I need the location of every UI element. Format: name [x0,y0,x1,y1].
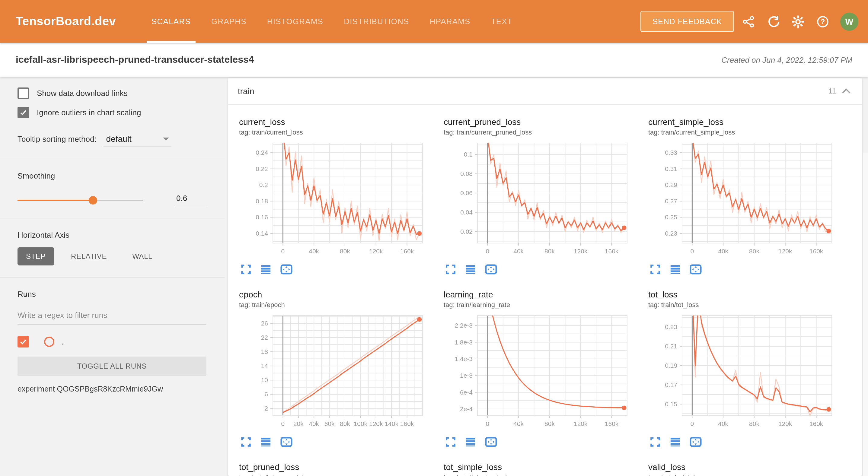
svg-text:0.2: 0.2 [259,181,268,188]
vertical-scrollbar[interactable] [863,153,868,476]
smoothing-slider[interactable] [18,196,143,204]
run-data-icon[interactable] [260,436,272,448]
fit-domain-icon[interactable] [485,264,497,275]
chart-card-epoch: epochtag: train/epoch020k40k60k80k100k12… [232,284,436,456]
svg-text:40k: 40k [718,420,728,427]
svg-text:160k: 160k [400,248,414,255]
fit-domain-icon[interactable] [280,436,293,448]
chart-plot-tot_loss[interactable]: 040k80k120k160k0.230.210.190.170.15 [648,313,837,431]
toggle-all-runs-button[interactable]: TOGGLE ALL RUNS [18,356,207,376]
axis-mode-step[interactable]: STEP [18,247,54,265]
chart-plot-current_loss[interactable]: 040k80k120k160k0.240.220.20.180.160.14 [239,140,427,259]
fit-domain-icon[interactable] [280,264,293,275]
svg-text:1.4e-3: 1.4e-3 [455,355,473,362]
help-icon[interactable]: ? [812,11,833,32]
fit-domain-icon[interactable] [485,436,497,448]
expand-chart-icon[interactable] [650,264,661,275]
chart-plot-current_pruned_loss[interactable]: 040k80k120k160k0.10.080.060.040.02 [444,140,632,259]
chart-card-tot_simple_loss: tot_simple_losstag: train/tot_simple_los… [436,456,641,476]
chart-card-current_pruned_loss: current_pruned_losstag: train/current_pr… [436,111,641,284]
svg-text:40k: 40k [309,248,319,255]
run-row[interactable]: . [18,336,207,348]
chart-plot-current_simple_loss[interactable]: 040k80k120k160k0.330.310.290.270.250.23 [648,140,837,259]
svg-text:80k: 80k [545,248,555,255]
run-data-icon[interactable] [465,264,476,275]
app-header: TensorBoard.dev SCALARSGRAPHSHISTOGRAMSD… [0,0,868,43]
main-panel: train 11 current_losstag: train/current_… [224,76,868,476]
avatar[interactable]: W [840,12,858,30]
tab-hparams[interactable]: HPARAMS [420,0,481,43]
divider [0,218,224,218]
settings-sidebar: Show data download links Ignore outliers… [0,76,224,476]
svg-text:120k: 120k [574,248,588,255]
horizontal-axis-toggle: STEPRELATIVEWALL [18,247,207,265]
ignore-outliers-label: Ignore outliers in chart scaling [37,108,141,117]
send-feedback-button[interactable]: SEND FEEDBACK [641,11,734,32]
tab-text[interactable]: TEXT [481,0,523,43]
axis-mode-wall[interactable]: WALL [124,247,161,265]
created-date: Created on Jun 4, 2022, 12:59:07 PM [721,55,852,64]
show-download-links-label: Show data download links [37,89,128,98]
svg-text:14: 14 [261,362,268,369]
svg-text:22: 22 [261,334,268,341]
show-download-links-checkbox[interactable]: Show data download links [18,88,207,99]
ignore-outliers-checkbox[interactable]: Ignore outliers in chart scaling [18,107,207,118]
chart-card-current_simple_loss: current_simple_losstag: train/current_si… [641,111,846,284]
chart-plot-learning_rate[interactable]: 040k80k120k160k2.2e-31.8e-31.4e-31e-36e-… [444,313,632,431]
run-checkbox[interactable] [18,336,29,348]
axis-mode-relative[interactable]: RELATIVE [62,247,115,265]
chart-tag: tag: train/valid_loss [648,474,846,476]
tooltip-sorting-select[interactable]: default [103,133,172,147]
expand-chart-icon[interactable] [445,436,456,448]
svg-text:60k: 60k [324,420,335,427]
slider-fill [18,199,93,200]
svg-text:0.29: 0.29 [665,181,677,188]
svg-text:160k: 160k [605,248,619,255]
svg-text:2.2e-3: 2.2e-3 [455,322,473,329]
chart-title: tot_pruned_loss [239,462,436,472]
svg-text:0.24: 0.24 [256,149,268,156]
tab-distributions[interactable]: DISTRIBUTIONS [334,0,419,43]
svg-text:0.33: 0.33 [665,149,677,156]
svg-text:0.18: 0.18 [256,198,268,204]
svg-text:0: 0 [486,248,490,255]
smoothing-value[interactable]: 0.6 [175,194,207,206]
chart-card-learning_rate: learning_ratetag: train/learning_rate040… [436,284,641,456]
checkbox-checked-icon[interactable] [18,107,29,118]
svg-text:0.14: 0.14 [256,230,268,237]
svg-text:0.1: 0.1 [464,151,473,158]
checkbox-icon[interactable] [18,88,29,99]
chart-card-valid_loss: valid_losstag: train/valid_loss [641,456,846,476]
tooltip-sorting-value: default [106,134,132,144]
run-data-icon[interactable] [260,264,272,275]
slider-knob[interactable] [89,196,97,204]
tab-scalars[interactable]: SCALARS [141,0,201,43]
expand-chart-icon[interactable] [445,264,456,275]
svg-text:0.08: 0.08 [460,170,473,177]
refresh-icon[interactable] [763,11,783,32]
expand-chart-icon[interactable] [240,436,252,448]
expand-chart-icon[interactable] [650,436,661,448]
svg-text:2e-4: 2e-4 [460,405,473,412]
run-data-icon[interactable] [465,436,476,448]
svg-text:0.16: 0.16 [256,214,268,221]
expand-chart-icon[interactable] [240,264,252,275]
svg-text:120k: 120k [574,420,588,427]
train-section-header[interactable]: train 11 [228,78,862,105]
run-data-icon[interactable] [670,436,681,448]
run-data-icon[interactable] [670,264,681,275]
fit-domain-icon[interactable] [689,436,702,448]
chevron-up-icon[interactable] [841,88,851,94]
chart-plot-epoch[interactable]: 020k40k60k80k100k120k140k160k26221814106… [239,313,427,431]
svg-text:6e-4: 6e-4 [460,389,473,396]
fit-domain-icon[interactable] [689,264,702,275]
chevron-down-icon [163,137,169,140]
runs-filter-input[interactable] [18,308,207,325]
divider [0,159,224,159]
tab-histograms[interactable]: HISTOGRAMS [257,0,334,43]
share-icon[interactable] [738,11,759,32]
run-color-swatch [44,337,54,347]
svg-text:0.27: 0.27 [665,198,677,204]
settings-icon[interactable] [788,11,808,32]
tab-graphs[interactable]: GRAPHS [201,0,257,43]
